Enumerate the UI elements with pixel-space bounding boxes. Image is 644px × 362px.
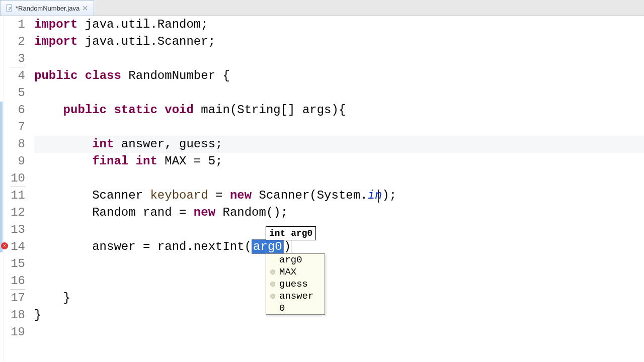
code-line[interactable]: [34, 324, 644, 341]
code-line[interactable]: final int MAX = 5;: [34, 153, 644, 170]
close-tab-icon[interactable]: [82, 5, 89, 12]
code-line[interactable]: [34, 221, 644, 238]
code-line[interactable]: }: [34, 290, 644, 307]
left-ruler: [0, 16, 4, 362]
line-number: 17: [4, 290, 25, 307]
parameter-hint-tooltip: int arg0: [266, 226, 316, 240]
autocomplete-item[interactable]: arg0: [266, 254, 325, 266]
line-number: 10: [4, 170, 25, 187]
line-number: 16: [4, 273, 25, 290]
code-line[interactable]: [34, 50, 644, 67]
autocomplete-item[interactable]: MAX: [266, 266, 325, 278]
editor-tab[interactable]: J *RandomNumber.java: [0, 0, 94, 16]
autocomplete-item[interactable]: answer: [266, 290, 325, 302]
line-number: 18: [4, 307, 25, 324]
code-line[interactable]: [34, 255, 644, 273]
code-line[interactable]: }: [34, 307, 644, 324]
code-line[interactable]: public class RandomNumber {: [34, 67, 644, 84]
parameter-selection[interactable]: arg0: [252, 239, 284, 254]
line-number: × 14: [4, 238, 25, 255]
line-number: 7: [4, 119, 25, 136]
code-line[interactable]: import java.util.Scanner;: [34, 33, 644, 50]
text-caret: [291, 239, 291, 252]
line-number-gutter: 1 2 3 4 5 6 7 8 9 10 11 12 13 × 14 15 16…: [4, 16, 28, 362]
error-icon[interactable]: ×: [1, 242, 8, 249]
line-number: 1: [4, 16, 25, 33]
line-number: 9: [4, 153, 25, 170]
code-line[interactable]: [34, 119, 644, 136]
line-number: 11: [4, 187, 25, 204]
autocomplete-item[interactable]: guess: [266, 278, 325, 290]
java-file-icon: J: [6, 4, 14, 12]
svg-text:J: J: [9, 6, 11, 11]
variable-icon: [270, 282, 275, 287]
code-line[interactable]: [34, 170, 644, 187]
tab-title: *RandomNumber.java: [16, 5, 79, 12]
code-line[interactable]: Scanner keyboard = new Scanner(System.in…: [34, 187, 644, 204]
line-number: 8: [4, 136, 25, 153]
code-editor[interactable]: 1 2 3 4 5 6 7 8 9 10 11 12 13 × 14 15 16…: [0, 16, 644, 362]
tab-bar: J *RandomNumber.java: [0, 0, 644, 16]
variable-icon: [270, 269, 275, 275]
code-line[interactable]: [34, 273, 644, 290]
line-number: 6: [4, 102, 25, 119]
code-line[interactable]: [34, 84, 644, 102]
autocomplete-item[interactable]: 0: [266, 302, 325, 314]
line-number: 3: [4, 50, 25, 67]
line-number: 4: [4, 67, 25, 84]
variable-icon: [270, 294, 275, 299]
autocomplete-popup[interactable]: arg0 MAX guess answer 0: [266, 253, 325, 315]
code-line[interactable]: answer = rand.nextInt(arg0): [34, 238, 644, 255]
code-line[interactable]: public static void main(String[] args){: [34, 102, 644, 119]
code-line[interactable]: import java.util.Random;: [34, 16, 644, 33]
code-line[interactable]: Random rand = new Random();: [34, 204, 644, 221]
line-number: 2: [4, 33, 25, 50]
code-area[interactable]: import java.util.Random; import java.uti…: [28, 16, 644, 362]
line-number: 19: [4, 324, 25, 341]
line-number: 12: [4, 204, 25, 221]
line-number: 5: [4, 84, 25, 102]
line-number: 15: [4, 255, 25, 273]
code-line[interactable]: int answer, guess;: [34, 136, 644, 153]
secondary-caret: [378, 190, 379, 203]
line-number: 13: [4, 221, 25, 238]
